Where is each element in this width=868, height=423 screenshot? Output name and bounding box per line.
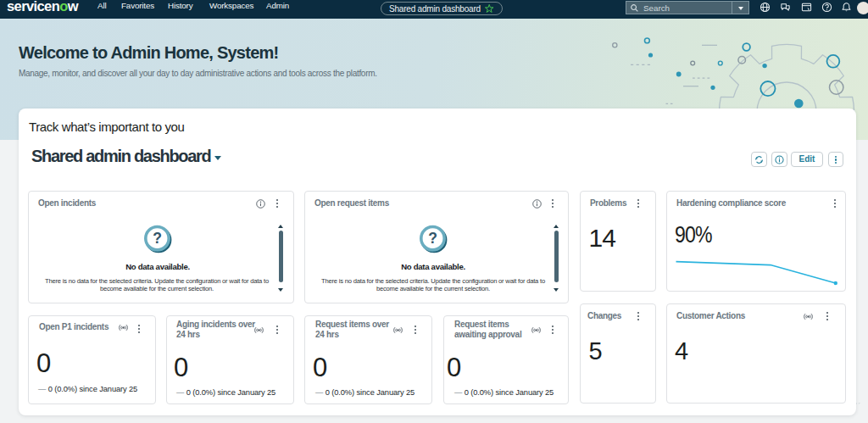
svg-text:?: ? (428, 230, 437, 247)
svg-text:?: ? (153, 230, 162, 247)
